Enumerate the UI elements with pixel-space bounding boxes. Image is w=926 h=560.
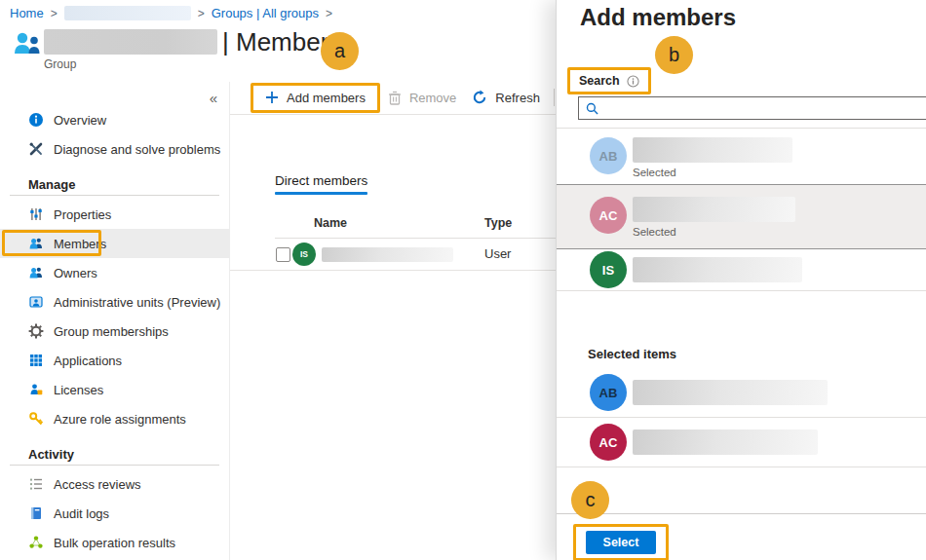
sidebar-item-label: Properties: [54, 207, 111, 222]
refresh-icon: [472, 90, 487, 105]
avatar: AC: [590, 197, 627, 234]
tab-direct-members[interactable]: Direct members: [275, 173, 367, 195]
sidebar-item-properties[interactable]: Properties: [0, 200, 229, 229]
license-icon: [28, 382, 44, 397]
annotation-frame-search: Search: [567, 67, 651, 94]
sidebar-section-activity: Activity: [28, 447, 229, 462]
row-checkbox[interactable]: [276, 247, 290, 262]
trash-icon: [388, 91, 402, 105]
tools-icon: [28, 141, 44, 157]
list-icon: [28, 476, 44, 492]
add-members-panel: Add members b Search AB Selected AC: [556, 0, 926, 560]
selected-item-row[interactable]: AC: [557, 418, 926, 467]
gear-icon: [28, 323, 44, 339]
sidebar-item-label: Diagnose and solve problems: [54, 142, 220, 157]
sidebar-item-diagnose[interactable]: Diagnose and solve problems: [0, 134, 229, 164]
sidebar-item-licenses[interactable]: Licenses: [0, 375, 229, 404]
remove-label: Remove: [409, 91, 456, 105]
selected-items-title: Selected items: [588, 347, 676, 361]
entity-type-label: Group: [44, 57, 76, 71]
refresh-button[interactable]: Refresh: [472, 90, 540, 105]
table-row[interactable]: IS User: [230, 239, 556, 271]
info-icon[interactable]: [627, 75, 639, 88]
sidebar-item-group-memberships[interactable]: Group memberships: [0, 317, 229, 346]
panel-footer-divider: [557, 513, 926, 514]
add-members-button[interactable]: Add members: [265, 91, 366, 105]
sidebar-item-owners[interactable]: Owners: [0, 258, 229, 287]
selected-name-redacted: [633, 380, 828, 405]
sidebar-item-azure-roles[interactable]: Azure role assignments: [0, 404, 229, 433]
annotation-badge-b: b: [655, 36, 693, 74]
tab-active-underline: [275, 192, 367, 195]
annotation-badge-a: a: [321, 32, 359, 70]
panel-title: Add members: [580, 4, 736, 31]
select-button[interactable]: Select: [586, 531, 656, 554]
avatar: IS: [292, 243, 316, 266]
blade-menu-sidebar: « Overview Diagnose and solve problems M…: [0, 82, 230, 560]
sidebar-item-label: Overview: [54, 113, 106, 128]
avatar: IS: [590, 251, 627, 288]
search-input[interactable]: [603, 98, 926, 118]
result-row[interactable]: IS: [557, 249, 926, 291]
sidebar-item-label: Applications: [54, 354, 122, 368]
sidebar-item-audit-logs[interactable]: Audit logs: [0, 499, 229, 528]
sidebar-item-label: Licenses: [54, 383, 103, 397]
breadcrumb-redacted-group-name[interactable]: [64, 6, 191, 20]
sidebar-item-label: Owners: [54, 266, 97, 280]
plus-icon: [265, 91, 279, 104]
add-members-label: Add members: [287, 91, 366, 105]
member-type: User: [484, 239, 511, 270]
tab-label: Direct members: [275, 173, 367, 188]
admin-units-icon: [28, 294, 44, 310]
info-icon: [28, 112, 44, 128]
command-bar: Add members Remove Refresh In: [230, 82, 599, 113]
selected-name-redacted: [633, 429, 818, 455]
avatar: AC: [590, 424, 627, 461]
sidebar-item-overview[interactable]: Overview: [0, 105, 229, 134]
result-name-redacted: [633, 257, 802, 282]
sidebar-item-bulk-results[interactable]: Bulk operation results: [0, 528, 229, 557]
sidebar-section-manage: Manage: [28, 177, 229, 192]
annotation-frame-select: Select: [573, 524, 669, 560]
sidebar-item-admin-units[interactable]: Administrative units (Preview): [0, 287, 229, 317]
toolbar-separator: [554, 89, 555, 106]
divider: [230, 114, 556, 115]
member-name-redacted: [322, 247, 453, 262]
collapse-sidebar-button[interactable]: «: [210, 90, 217, 106]
divider: [10, 195, 219, 196]
key-icon: [28, 411, 44, 427]
annotation-frame-add-members: Add members: [251, 83, 380, 113]
result-status: Selected: [633, 167, 792, 178]
sidebar-item-label: Bulk operation results: [54, 536, 175, 550]
sidebar-item-label: Administrative units (Preview): [54, 295, 220, 310]
column-header-type: Type: [484, 216, 512, 230]
column-header-name: Name: [314, 216, 347, 230]
search-icon: [586, 102, 598, 115]
search-results-list: AB Selected AC Selected IS: [557, 128, 926, 291]
remove-button[interactable]: Remove: [388, 91, 456, 105]
avatar: AB: [590, 374, 627, 411]
sidebar-item-label: Access reviews: [54, 477, 141, 492]
result-row[interactable]: AB Selected: [557, 128, 926, 184]
breadcrumb-separator: >: [51, 7, 58, 20]
breadcrumb-groups-link[interactable]: Groups | All groups: [212, 6, 319, 20]
divider: [10, 465, 219, 466]
search-field: [578, 96, 926, 120]
sidebar-item-members[interactable]: Members: [0, 229, 229, 258]
sliders-icon: [28, 206, 44, 222]
sidebar-item-label: Group memberships: [54, 324, 169, 339]
result-row-highlighted[interactable]: AC Selected: [557, 184, 926, 249]
search-label: Search: [579, 74, 620, 88]
sidebar-item-applications[interactable]: Applications: [0, 346, 229, 375]
selected-item-row[interactable]: AB: [557, 368, 926, 418]
sidebar-item-label: Azure role assignments: [54, 412, 186, 427]
azure-portal-group-members: Home > > Groups | All groups > | Members…: [0, 0, 926, 560]
group-people-icon: [12, 30, 43, 57]
sidebar-item-label: Audit logs: [54, 506, 109, 521]
grid-icon: [28, 353, 44, 368]
book-icon: [28, 505, 44, 521]
sidebar-item-access-reviews[interactable]: Access reviews: [0, 469, 229, 499]
breadcrumb-home-link[interactable]: Home: [10, 6, 44, 20]
result-name-redacted: [633, 197, 795, 222]
breadcrumb: Home > > Groups | All groups >: [10, 6, 332, 20]
